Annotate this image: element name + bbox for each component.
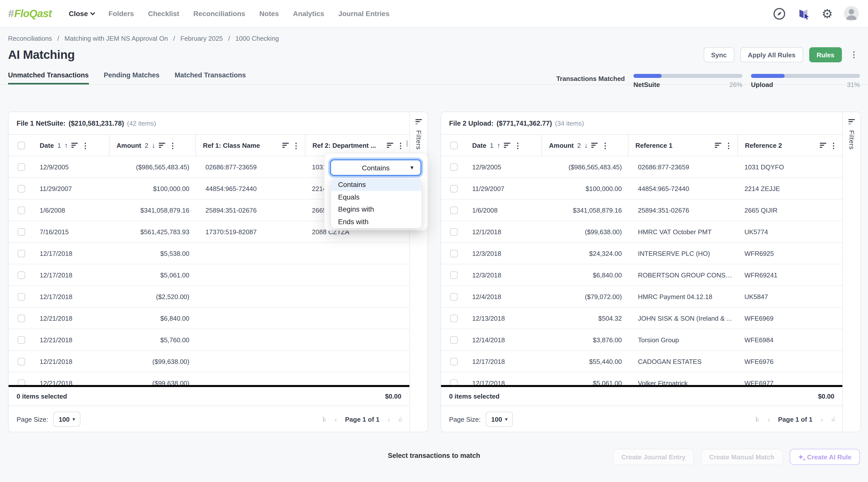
file2-filters-tab[interactable]: Filters	[842, 112, 861, 432]
create-ai-rule-button[interactable]: ✦✦ Create AI Rule	[789, 449, 860, 465]
sort-asc-icon[interactable]: ↑	[65, 141, 68, 149]
row-checkbox[interactable]	[18, 358, 25, 365]
floqast-logo[interactable]: # FloQast	[8, 7, 52, 20]
table-row[interactable]: 12/17/2018$5,538.00	[8, 243, 409, 264]
first-page-button[interactable]: ‹	[323, 415, 327, 423]
table-row[interactable]: 12/1/2018($99,638.00)HMRC VAT October PM…	[441, 221, 842, 243]
row-checkbox[interactable]	[450, 206, 458, 214]
table-row[interactable]: 1/6/2008$341,058,879.1625894:351-0267626…	[441, 200, 842, 221]
sort-desc-icon[interactable]: ↓	[584, 141, 588, 149]
tab-unmatched-transactions[interactable]: Unmatched Transactions	[8, 71, 89, 85]
filter-icon[interactable]	[820, 143, 826, 148]
filter-icon[interactable]	[159, 143, 165, 148]
file2-reference2-header[interactable]: Reference 2 ⋮	[737, 135, 842, 156]
breadcrumb-account[interactable]: 1000 Checking	[235, 35, 279, 42]
table-row[interactable]: 12/3/2018$6,840.00ROBERTSON GROUP CONST.…	[441, 264, 842, 286]
table-row[interactable]: 12/21/2018$6,840.00	[8, 308, 409, 329]
sync-button[interactable]: Sync	[704, 47, 734, 62]
last-page-button[interactable]: ›	[398, 415, 401, 423]
table-row[interactable]: 12/17/2018($2,520.00)	[8, 286, 409, 308]
guide-book-icon[interactable]	[797, 7, 810, 20]
table-row[interactable]: 12/17/2018$55,440.00CADOGAN ESTATESWFE69…	[441, 351, 842, 372]
filter-icon[interactable]	[504, 143, 510, 148]
file1-page-size-select[interactable]: 100 ▾	[53, 412, 81, 427]
tab-matched-transactions[interactable]: Matched Transactions	[175, 71, 246, 85]
row-checkbox[interactable]	[450, 379, 458, 385]
file2-amount-header[interactable]: Amount 2 ↓ ⋮	[541, 135, 628, 156]
row-checkbox[interactable]	[450, 249, 458, 257]
row-checkbox[interactable]	[18, 336, 25, 343]
table-row[interactable]: 12/17/2018$5,061.00Volker FitzpatrickWFE…	[441, 372, 842, 385]
column-menu-icon[interactable]: ⋮	[169, 142, 177, 149]
vertical-scrollbar-thumb[interactable]	[406, 140, 408, 147]
row-checkbox[interactable]	[450, 271, 458, 279]
filter-icon[interactable]	[387, 143, 393, 148]
nav-item-notes[interactable]: Notes	[259, 9, 279, 18]
file2-select-all-checkbox[interactable]	[450, 142, 458, 149]
row-checkbox[interactable]	[450, 293, 458, 300]
column-menu-icon[interactable]: ⋮	[601, 142, 609, 149]
apply-all-rules-button[interactable]: Apply All Rules	[740, 47, 803, 62]
create-manual-match-button[interactable]: Create Manual Match	[701, 449, 783, 465]
column-menu-icon[interactable]: ⋮	[292, 142, 300, 149]
sort-desc-icon[interactable]: ↓	[152, 141, 155, 149]
row-checkbox[interactable]	[450, 163, 458, 171]
table-row[interactable]: 12/3/2018$24,324.00INTERSERVE PLC (HO)WF…	[441, 243, 842, 264]
filter-condition-select[interactable]: Contains ▼	[330, 159, 422, 176]
rules-button[interactable]: Rules	[809, 47, 842, 62]
table-row[interactable]: 12/17/2018$5,061.00	[8, 264, 409, 286]
filter-icon[interactable]	[591, 143, 598, 148]
last-page-button[interactable]: ›	[831, 415, 834, 423]
table-row[interactable]: 12/21/2018($99,638.00)	[8, 351, 409, 372]
table-row[interactable]: 12/13/2018$504.32JOHN SISK & SON (Irelan…	[441, 308, 842, 329]
dropdown-option[interactable]: Equals	[331, 191, 422, 203]
table-row[interactable]: 12/14/2018$3,876.00Torsion GroupWFE6984	[441, 329, 842, 351]
row-checkbox[interactable]	[18, 271, 25, 279]
next-page-button[interactable]: ›	[388, 415, 390, 423]
filter-icon[interactable]	[282, 143, 289, 148]
column-menu-icon[interactable]: ⋮	[82, 142, 89, 149]
first-page-button[interactable]: ‹	[756, 415, 760, 423]
horizontal-scrollbar[interactable]	[8, 385, 409, 387]
file2-date-header[interactable]: Date 1 ↑ ⋮	[465, 135, 541, 156]
breadcrumb-reconciliations[interactable]: Reconciliations	[8, 35, 52, 42]
prev-page-button[interactable]: ‹	[768, 415, 770, 423]
sort-asc-icon[interactable]: ↑	[497, 141, 501, 149]
row-checkbox[interactable]	[18, 293, 25, 300]
table-row[interactable]: 12/4/2018($79,072.00)HMRC Payment 04.12.…	[441, 286, 842, 308]
horizontal-scrollbar[interactable]	[441, 385, 842, 387]
filter-icon[interactable]	[715, 143, 721, 148]
filter-icon[interactable]	[71, 143, 78, 148]
row-checkbox[interactable]	[18, 206, 25, 214]
breadcrumb-matching[interactable]: Matching with JEM NS Approval On	[65, 35, 168, 42]
table-row[interactable]: 12/21/2018($99,638.00)	[8, 372, 409, 385]
dropdown-option[interactable]: Ends with	[331, 215, 422, 228]
row-checkbox[interactable]	[450, 358, 458, 365]
row-checkbox[interactable]	[450, 185, 458, 192]
row-checkbox[interactable]	[18, 228, 25, 236]
create-journal-entry-button[interactable]: Create Journal Entry	[613, 449, 694, 465]
row-checkbox[interactable]	[18, 314, 25, 322]
compass-icon[interactable]	[772, 7, 786, 20]
nav-item-reconciliations[interactable]: Reconciliations	[193, 9, 245, 18]
table-row[interactable]: 11/29/2007$100,000.0044854:965-724402214…	[441, 178, 842, 200]
next-page-button[interactable]: ›	[820, 415, 823, 423]
row-checkbox[interactable]	[18, 163, 25, 171]
breadcrumb-period[interactable]: February 2025	[180, 35, 223, 42]
tab-pending-matches[interactable]: Pending Matches	[104, 71, 159, 85]
row-checkbox[interactable]	[18, 249, 25, 257]
more-options-icon[interactable]: ⋮	[848, 51, 860, 59]
file1-ref1-header[interactable]: Ref 1: Class Name ⋮	[195, 135, 305, 156]
gear-icon[interactable]: ⚙	[822, 7, 833, 20]
row-checkbox[interactable]	[18, 379, 25, 385]
dropdown-option[interactable]: Begins with	[331, 203, 422, 215]
file1-date-header[interactable]: Date 1 ↑ ⋮	[33, 135, 109, 156]
table-row[interactable]: 12/21/2018$5,760.00	[8, 329, 409, 351]
row-checkbox[interactable]	[450, 336, 458, 343]
file1-amount-header[interactable]: Amount 2 ↓ ⋮	[109, 135, 195, 156]
column-menu-icon[interactable]: ⋮	[725, 142, 733, 149]
row-checkbox[interactable]	[450, 314, 458, 322]
nav-item-analytics[interactable]: Analytics	[293, 9, 324, 18]
table-row[interactable]: 12/9/2005($986,565,483.45)02686:877-2365…	[441, 156, 842, 178]
column-menu-icon[interactable]: ⋮	[514, 142, 522, 149]
